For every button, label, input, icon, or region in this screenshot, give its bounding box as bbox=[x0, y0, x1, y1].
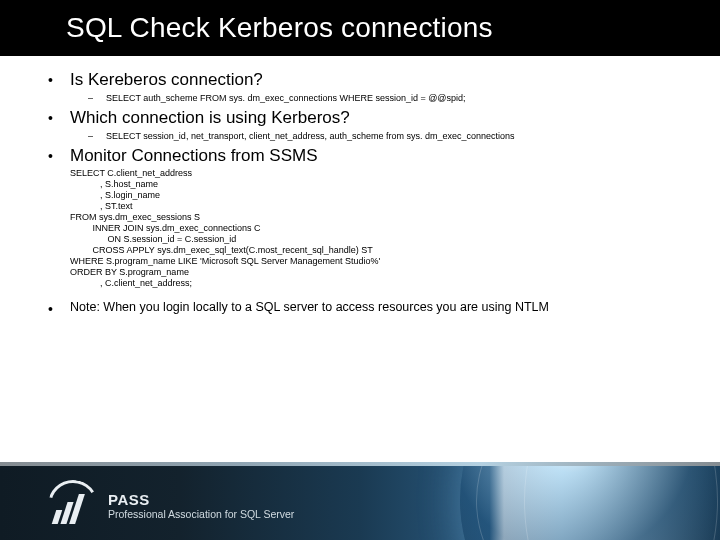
bullet-item-3: Monitor Connections from SSMS SELECT C.c… bbox=[40, 146, 680, 289]
bullet-item-1: Is Kereberos connection? SELECT auth_sch… bbox=[40, 70, 680, 104]
slide-title: SQL Check Kerberos connections bbox=[66, 12, 493, 44]
title-bar: SQL Check Kerberos connections bbox=[0, 0, 720, 56]
content-area: Is Kereberos connection? SELECT auth_sch… bbox=[40, 70, 680, 317]
bullet-3-heading: Monitor Connections from SSMS bbox=[70, 146, 680, 166]
footer-brand: PASS bbox=[108, 492, 294, 508]
footer-logo: PASS Professional Association for SQL Se… bbox=[50, 486, 294, 526]
bullet-1-heading: Is Kereberos connection? bbox=[70, 70, 680, 90]
footer: PASS Professional Association for SQL Se… bbox=[0, 466, 720, 540]
bullet-1-sublist: SELECT auth_scheme FROM sys. dm_exec_con… bbox=[70, 92, 680, 104]
slide: SQL Check Kerberos connections Is Kerebe… bbox=[0, 0, 720, 540]
footer-tagline: Professional Association for SQL Server bbox=[108, 508, 294, 521]
footer-logo-text: PASS Professional Association for SQL Se… bbox=[108, 492, 294, 521]
pass-logo-icon bbox=[50, 486, 96, 526]
bullet-2-sublist: SELECT session_id, net_transport, client… bbox=[70, 130, 680, 142]
bullet-2-heading: Which connection is using Kerberos? bbox=[70, 108, 680, 128]
bullet-3-sql-block: SELECT C.client_net_address , S.host_nam… bbox=[70, 168, 680, 289]
globe-graphic bbox=[460, 466, 720, 540]
bullet-4-note: Note: When you login locally to a SQL se… bbox=[70, 299, 680, 315]
bullet-list: Is Kereberos connection? SELECT auth_sch… bbox=[40, 70, 680, 315]
bullet-2-sql: SELECT session_id, net_transport, client… bbox=[70, 130, 680, 142]
bullet-1-sql: SELECT auth_scheme FROM sys. dm_exec_con… bbox=[70, 92, 680, 104]
bullet-item-2: Which connection is using Kerberos? SELE… bbox=[40, 108, 680, 142]
bullet-item-4: Note: When you login locally to a SQL se… bbox=[40, 299, 680, 315]
